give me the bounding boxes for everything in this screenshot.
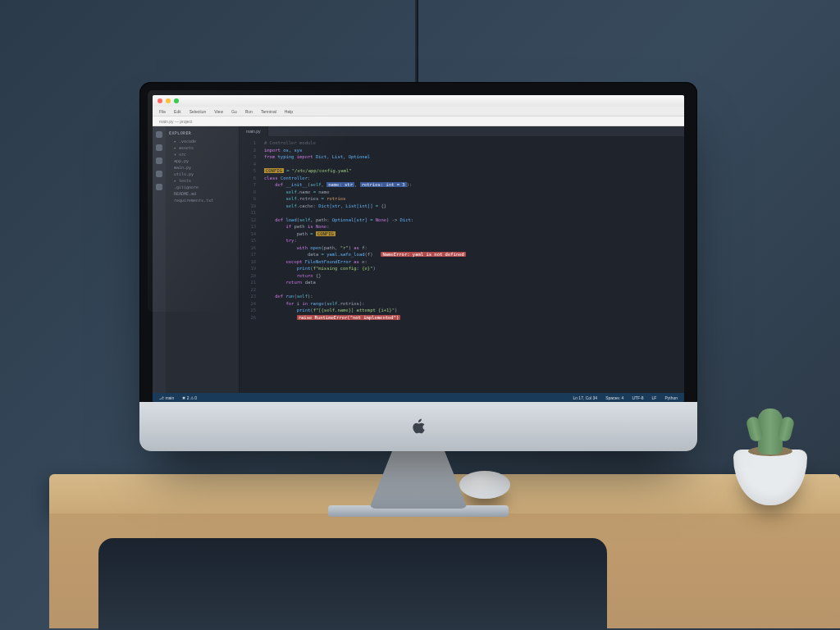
menu-terminal[interactable]: Terminal <box>261 109 276 114</box>
menu-edit[interactable]: Edit <box>174 109 181 114</box>
status-problems[interactable]: ✖ 2 ⚠ 0 <box>182 395 197 400</box>
toolbar-hint: main.py — project <box>159 119 192 124</box>
status-encoding[interactable]: UTF-8 <box>632 395 643 400</box>
screen: FileEditSelectionViewGoRunTerminalHelp m… <box>153 95 684 402</box>
menu-run[interactable]: Run <box>245 109 253 114</box>
status-spaces[interactable]: Spaces: 4 <box>605 395 623 400</box>
menu-selection[interactable]: Selection <box>189 109 207 114</box>
maximize-icon[interactable] <box>174 98 179 103</box>
explorer-icon[interactable] <box>156 131 162 138</box>
sidebar-item[interactable]: main.py <box>169 164 235 171</box>
menu-file[interactable]: File <box>159 109 166 114</box>
search-icon[interactable] <box>156 144 162 151</box>
extensions-icon[interactable] <box>156 184 162 190</box>
close-icon[interactable] <box>158 98 162 103</box>
menu-go[interactable]: Go <box>231 109 237 114</box>
status-position[interactable]: Ln 17, Col 34 <box>573 395 597 400</box>
sidebar-item[interactable]: ▸ tests <box>169 177 235 184</box>
code-area[interactable]: 1 2 3 4 5 6 7 8 9 10 11 12 13 14 15 16 1… <box>240 136 684 393</box>
menu-view[interactable]: View <box>214 109 223 114</box>
sidebar-item[interactable]: app.py <box>169 158 235 164</box>
git-icon[interactable] <box>156 158 162 164</box>
code-body[interactable]: # Controller moduleimport os, sysfrom ty… <box>259 136 684 393</box>
editor[interactable]: main.py 1 2 3 4 5 6 7 8 9 10 11 12 13 14… <box>240 126 684 393</box>
apple-logo-icon <box>410 417 427 436</box>
sidebar-item[interactable]: ▾ src <box>169 151 235 158</box>
imac-chin <box>139 402 697 451</box>
imac-computer: FileEditSelectionViewGoRunTerminalHelp m… <box>139 82 697 517</box>
line-gutter: 1 2 3 4 5 6 7 8 9 10 11 12 13 14 15 16 1… <box>240 136 259 393</box>
sidebar[interactable]: EXPLORER ▸ .vscode▸ assets▾ src app.py m… <box>166 126 240 393</box>
menu-bar[interactable]: FileEditSelectionViewGoRunTerminalHelp <box>153 107 684 116</box>
imac-chassis: FileEditSelectionViewGoRunTerminalHelp m… <box>139 82 697 451</box>
sidebar-item[interactable]: ▸ assets <box>169 144 235 151</box>
toolbar: main.py — project <box>153 116 684 126</box>
sidebar-item[interactable]: utils.py <box>169 171 235 177</box>
status-lang[interactable]: Python <box>664 395 678 400</box>
sidebar-item[interactable]: requirements.txt <box>169 197 235 203</box>
minimize-icon[interactable] <box>166 98 171 103</box>
sidebar-item[interactable]: README.md <box>169 190 235 197</box>
sidebar-header: EXPLORER <box>169 130 235 136</box>
status-bar[interactable]: ⎇ main ✖ 2 ⚠ 0 Ln 17, Col 34 Spaces: 4 U… <box>153 393 684 402</box>
window-titlebar[interactable] <box>153 95 684 107</box>
sidebar-item[interactable]: ▸ .vscode <box>169 138 235 144</box>
menu-help[interactable]: Help <box>285 109 293 114</box>
editor-tab[interactable]: main.py <box>240 126 268 136</box>
sidebar-item[interactable]: .gitignore <box>169 184 235 190</box>
status-branch[interactable]: ⎇ main <box>159 395 174 400</box>
cactus-plant <box>758 409 783 454</box>
activity-bar[interactable] <box>153 126 166 393</box>
status-eol[interactable]: LF <box>652 395 657 400</box>
workspace: EXPLORER ▸ .vscode▸ assets▾ src app.py m… <box>153 126 684 393</box>
editor-tabs[interactable]: main.py <box>240 126 684 136</box>
debug-icon[interactable] <box>156 171 162 177</box>
